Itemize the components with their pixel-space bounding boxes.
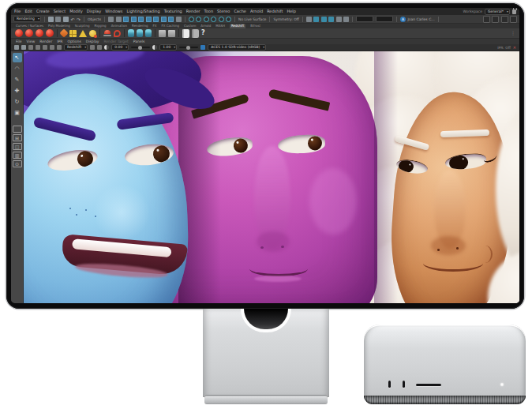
spot-light-icon[interactable] <box>79 30 87 37</box>
new-scene-icon[interactable] <box>48 17 54 22</box>
snap-active-icon[interactable] <box>226 17 231 22</box>
abort-icon[interactable]: ✕ <box>513 45 516 50</box>
menu-create[interactable]: Create <box>36 8 50 15</box>
area-light-icon[interactable] <box>69 30 77 37</box>
redo-icon[interactable]: ↷ <box>77 17 81 22</box>
exposure-slider[interactable] <box>131 47 150 48</box>
mask-dynamics-icon[interactable] <box>161 17 167 22</box>
rv-menu-panels[interactable]: Panels <box>133 39 144 43</box>
documentation-icon[interactable] <box>182 29 189 38</box>
render-current-frame-icon[interactable] <box>313 17 319 22</box>
select-object-icon[interactable] <box>116 17 122 22</box>
snap-view-plane-icon[interactable] <box>219 17 224 22</box>
mask-surfaces-icon[interactable] <box>146 17 152 22</box>
menu-arnold[interactable]: Arnold <box>250 8 263 15</box>
physical-sun-icon[interactable] <box>59 28 68 37</box>
exposure-field[interactable]: 0.00 <box>111 44 129 51</box>
zoom-layout-button[interactable]: ⊙ <box>13 160 22 167</box>
menu-lighting-shading[interactable]: Lighting/Shading <box>126 8 159 15</box>
menu-edit[interactable]: Edit <box>24 8 32 15</box>
workspace-dropdown[interactable]: General* <box>485 9 510 15</box>
color-management-icon[interactable] <box>200 45 205 50</box>
light-editor-icon[interactable] <box>343 17 349 22</box>
move-tool[interactable]: ✚ <box>13 86 22 96</box>
rv-menu-render[interactable]: Render <box>39 39 52 43</box>
account-avatar[interactable]: A <box>400 17 406 22</box>
material-icon[interactable] <box>159 30 166 37</box>
ies-light-icon[interactable] <box>114 30 121 37</box>
snap-point-icon[interactable] <box>204 17 209 22</box>
exposure-icon[interactable] <box>104 45 109 50</box>
snap-grid-icon[interactable] <box>189 17 194 22</box>
mask-deformations-icon[interactable] <box>153 17 159 22</box>
stop-icon[interactable] <box>36 45 40 50</box>
redshift-render-icon[interactable] <box>15 29 23 37</box>
menu-file[interactable]: File <box>14 8 21 15</box>
gamma-field[interactable]: 1.00 <box>159 44 177 51</box>
select-tool[interactable]: ↖ <box>13 53 22 62</box>
lock-icon[interactable] <box>512 9 516 14</box>
save-scene-icon[interactable] <box>63 17 69 22</box>
colorspace-dropdown[interactable]: ACES 1.0 SDR-video (sRGB) <box>208 44 266 51</box>
mask-misc-icon[interactable] <box>176 17 182 22</box>
gamma-slider[interactable] <box>179 47 198 48</box>
tutorials-icon[interactable] <box>192 29 199 38</box>
input-field-relative[interactable] <box>376 16 393 22</box>
hypershade-icon[interactable] <box>336 17 342 22</box>
snap-curve-icon[interactable] <box>196 17 201 22</box>
three-pane-layout-button[interactable]: ▥ <box>13 152 22 159</box>
menu-set-dropdown[interactable]: Rendering <box>13 16 41 22</box>
redshift-render-settings-icon[interactable] <box>36 29 43 37</box>
save-image-icon[interactable] <box>90 45 95 50</box>
exposure-slider-knob[interactable] <box>138 46 142 50</box>
lasso-select-tool[interactable]: ◠ <box>13 64 22 73</box>
selection-mode-label[interactable]: Objects <box>88 17 101 21</box>
sdxc-card-slot[interactable] <box>416 384 441 386</box>
input-field-absolute[interactable] <box>356 16 373 22</box>
menu-cache[interactable]: Cache <box>234 8 246 15</box>
live-surface-label[interactable]: No Live Surface <box>238 17 266 21</box>
snapshot-icon[interactable] <box>50 45 54 50</box>
menu-texturing[interactable]: Texturing <box>164 8 182 15</box>
snap-projected-center-icon[interactable] <box>211 17 216 22</box>
paint-select-tool[interactable]: ✎ <box>13 75 22 84</box>
redshift-renderview-icon[interactable] <box>46 29 54 37</box>
proxy-import-icon[interactable] <box>137 29 143 37</box>
two-pane-layout-button[interactable]: ◫ <box>13 143 22 150</box>
open-scene-icon[interactable] <box>55 17 61 22</box>
rv-menu-ipr[interactable]: IPR <box>57 39 62 43</box>
single-pane-layout-button[interactable] <box>13 126 22 133</box>
mask-rendering-icon[interactable] <box>168 17 174 22</box>
account-name[interactable]: Joan Carles C... <box>407 17 434 21</box>
menu-help[interactable]: Help <box>287 8 295 15</box>
shader-ball-icon[interactable] <box>168 30 175 37</box>
gamma-slider-knob[interactable] <box>186 46 190 50</box>
tool-settings-toggle[interactable] <box>492 16 499 23</box>
render-settings-icon[interactable] <box>328 17 334 22</box>
channel-box-toggle[interactable] <box>501 16 508 23</box>
rv-menu-options[interactable]: Options <box>67 39 81 43</box>
rotate-tool[interactable]: ↻ <box>13 97 22 107</box>
shelf-overflow-icon[interactable]: ⋮ <box>511 31 515 36</box>
menu-windows[interactable]: Windows <box>105 8 122 15</box>
menu-redshift[interactable]: Redshift <box>267 8 283 15</box>
region-render-icon[interactable] <box>43 45 47 50</box>
renderer-dropdown[interactable]: Redshift <box>64 44 88 51</box>
menu-modify[interactable]: Modify <box>69 8 83 15</box>
aov-icon[interactable] <box>57 45 62 50</box>
select-hierarchy-icon[interactable] <box>108 17 114 22</box>
help-icon[interactable]: ? <box>201 29 205 37</box>
point-light-icon[interactable] <box>89 30 96 37</box>
usb-c-port[interactable] <box>388 381 391 388</box>
dome-light-icon[interactable] <box>103 30 111 36</box>
render-button-icon[interactable] <box>14 45 19 50</box>
mask-curves-icon[interactable] <box>138 17 144 22</box>
menu-display[interactable]: Display <box>87 8 101 15</box>
undo-icon[interactable]: ↶ <box>70 17 74 22</box>
compare-icon[interactable] <box>97 45 102 50</box>
menu-stereo[interactable]: Stereo <box>217 8 230 15</box>
rv-menu-view[interactable]: View <box>27 39 36 43</box>
gamma-icon[interactable] <box>152 45 157 50</box>
attribute-editor-toggle[interactable] <box>483 16 490 23</box>
four-pane-layout-button[interactable]: ⊞ <box>13 134 22 141</box>
